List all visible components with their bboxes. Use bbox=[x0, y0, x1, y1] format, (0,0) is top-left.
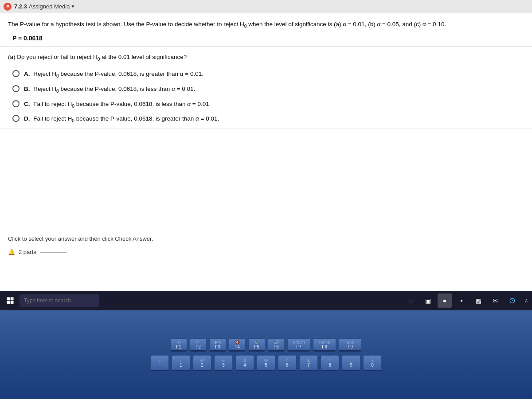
key-dollar[interactable]: $ 4 bbox=[235, 355, 254, 371]
key-rparen[interactable]: ) 0 bbox=[363, 355, 382, 371]
key-home[interactable]: Home F8 bbox=[313, 338, 336, 352]
key-f6[interactable]: 🔊 F6 bbox=[268, 338, 285, 352]
radio-b[interactable] bbox=[12, 85, 20, 92]
assigned-media-dropdown[interactable]: Assigned Media ▼ bbox=[29, 3, 75, 10]
option-b[interactable]: B. Reject H0 because the P-value, 0.0618… bbox=[12, 85, 524, 94]
key-amp[interactable]: & 7 bbox=[299, 355, 318, 371]
radio-a[interactable] bbox=[12, 70, 20, 77]
svg-rect-0 bbox=[7, 297, 10, 301]
taskbar-task-view-icon[interactable]: ▣ bbox=[421, 293, 435, 308]
keyboard-area: ☀- F1 ☀+ F2 ▶/II F3 🔇 F4 🔉 F5 🔊 F6 PrtSc… bbox=[0, 310, 532, 399]
key-caret[interactable]: ^ 6 bbox=[278, 355, 297, 371]
option-c[interactable]: C. Fail to reject H0 because the P-value… bbox=[12, 100, 524, 110]
parts-line-divider bbox=[40, 252, 66, 253]
parts-indicator: 🔔 2 parts bbox=[8, 249, 66, 255]
options-container: A. Reject H0 because the P-value, 0.0618… bbox=[8, 70, 524, 125]
svg-rect-1 bbox=[11, 297, 14, 301]
option-c-text: C. Fail to reject H0 because the P-value… bbox=[24, 100, 211, 110]
key-prtscn[interactable]: PrtScn F7 bbox=[287, 338, 310, 352]
parts-icon: 🔔 bbox=[8, 249, 15, 255]
radio-d[interactable] bbox=[12, 115, 20, 122]
windows-icon bbox=[6, 297, 14, 305]
taskbar-search-input[interactable] bbox=[20, 294, 99, 307]
section-label: 7.2.3 bbox=[14, 3, 27, 10]
taskbar-search-icon[interactable]: ○ bbox=[404, 293, 418, 308]
option-d-text: D. Fail to reject H0 because the P-value… bbox=[24, 114, 219, 124]
start-button[interactable] bbox=[4, 294, 17, 307]
key-f3[interactable]: ▶/II F3 bbox=[209, 338, 226, 352]
key-hash[interactable]: # 3 bbox=[214, 355, 233, 371]
assigned-media-label: Assigned Media bbox=[29, 3, 70, 10]
keyboard-row-numbers: ~ ` ! 1 @ 2 # 3 $ 4 % 5 ^ 6 & 7 bbox=[150, 355, 382, 371]
key-f5[interactable]: 🔉 F5 bbox=[248, 338, 265, 352]
key-tilde[interactable]: ~ ` bbox=[150, 355, 169, 371]
option-a-text: A. Reject H0 because the P-value, 0.0618… bbox=[24, 70, 203, 79]
p-value-display: P = 0.0618 bbox=[8, 35, 524, 42]
key-at[interactable]: @ 2 bbox=[193, 355, 211, 371]
parts-label: 2 parts bbox=[19, 249, 36, 255]
radio-c[interactable] bbox=[12, 100, 20, 107]
keyboard-row-fn: ☀- F1 ☀+ F2 ▶/II F3 🔇 F4 🔉 F5 🔊 F6 PrtSc… bbox=[170, 338, 362, 352]
taskbar-file-icon[interactable]: ▪ bbox=[454, 293, 469, 308]
content-wrapper: The P-value for a hypothesis test is sho… bbox=[0, 13, 532, 291]
key-star[interactable]: * 8 bbox=[321, 355, 339, 371]
svg-rect-3 bbox=[11, 301, 14, 304]
option-b-text: B. Reject H0 because the P-value, 0.0618… bbox=[24, 85, 195, 94]
dropdown-arrow-icon: ▼ bbox=[70, 4, 75, 9]
svg-rect-2 bbox=[7, 301, 10, 304]
app-bar: ✕ 7.2.3 Assigned Media ▼ bbox=[0, 0, 532, 13]
footer-instruction: Click to select your answer and then cli… bbox=[8, 235, 153, 242]
key-f2[interactable]: ☀+ F2 bbox=[190, 338, 207, 352]
key-f1[interactable]: ☀- F1 bbox=[170, 338, 187, 352]
main-content: The P-value for a hypothesis test is sho… bbox=[0, 13, 532, 291]
question-section-a: (a) Do you reject or fail to reject H0 a… bbox=[0, 47, 532, 129]
key-end[interactable]: End F9 bbox=[339, 338, 362, 352]
key-1[interactable]: ! 1 bbox=[172, 355, 190, 371]
key-f4[interactable]: 🔇 F4 bbox=[229, 338, 246, 352]
option-a[interactable]: A. Reject H0 because the P-value, 0.0618… bbox=[12, 70, 524, 79]
close-button[interactable]: ✕ bbox=[4, 3, 12, 11]
taskbar-mail-icon[interactable]: ✉ bbox=[488, 293, 502, 308]
taskbar-icons-group: ○ ▣ ● ▪ ▩ ✉ ⊙ bbox=[404, 293, 519, 308]
problem-area: The P-value for a hypothesis test is sho… bbox=[0, 13, 532, 47]
key-lparen[interactable]: ( 9 bbox=[342, 355, 360, 371]
question-a-text: (a) Do you reject or fail to reject H0 a… bbox=[8, 53, 524, 63]
taskbar-browser-icon[interactable]: ● bbox=[438, 293, 452, 308]
taskbar: ○ ▣ ● ▪ ▩ ✉ ⊙ ∧ bbox=[0, 291, 532, 310]
option-d[interactable]: D. Fail to reject H0 because the P-value… bbox=[12, 114, 524, 124]
taskbar-chevron[interactable]: ∧ bbox=[524, 297, 528, 304]
key-percent[interactable]: % 5 bbox=[257, 355, 275, 371]
problem-statement: The P-value for a hypothesis test is sho… bbox=[8, 20, 524, 30]
taskbar-chrome-icon[interactable]: ⊙ bbox=[505, 293, 519, 308]
taskbar-grid-icon[interactable]: ▩ bbox=[471, 293, 485, 308]
